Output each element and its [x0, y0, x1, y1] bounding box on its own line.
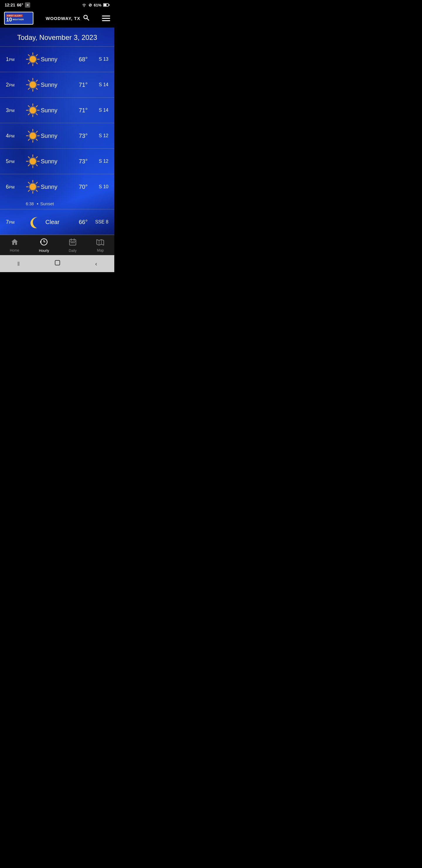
moon-icon-wrapper	[28, 214, 42, 230]
app-logo: FIRST ALERT 10 WEATHER	[4, 12, 33, 25]
close-notification-icon[interactable]: ✕	[25, 2, 30, 8]
svg-rect-1	[104, 4, 107, 6]
svg-line-19	[28, 80, 29, 81]
hour-time: 4PM	[6, 133, 25, 139]
app-header: FIRST ALERT 10 WEATHER WOODWAY, TX	[0, 9, 114, 28]
sun-weather-icon	[25, 179, 41, 195]
date-header: Today, November 3, 2023	[0, 28, 114, 46]
sun-weather-icon	[25, 77, 41, 93]
hour-time: 7PM	[6, 219, 25, 225]
svg-line-60	[36, 190, 37, 191]
svg-line-39	[28, 131, 29, 132]
hamburger-line-3	[102, 20, 110, 21]
hour-wind: S 14	[92, 82, 108, 87]
svg-point-69	[40, 241, 42, 243]
hour-temp: 73°	[73, 158, 88, 165]
nav-home[interactable]: Home	[7, 239, 22, 252]
home-button[interactable]	[54, 259, 61, 268]
back-button[interactable]: ‹	[95, 260, 97, 267]
svg-rect-75	[72, 242, 73, 243]
svg-rect-74	[71, 242, 72, 243]
hour-wind: S 12	[92, 159, 108, 164]
svg-line-40	[36, 139, 37, 140]
hourly-row[interactable]: 4PMSunny73°S 12	[0, 123, 114, 148]
nav-hourly[interactable]: Hourly	[36, 238, 52, 253]
hour-temp: 68°	[73, 56, 88, 63]
hour-temp: 70°	[73, 184, 88, 190]
hour-condition: Sunny	[41, 158, 73, 165]
svg-point-44	[30, 132, 36, 139]
hourly-row[interactable]: 6PMSunny70°S 10	[0, 174, 114, 199]
hour-time: 1PM	[6, 56, 25, 62]
battery-percent: 61%	[94, 3, 101, 7]
hamburger-line-2	[102, 18, 110, 19]
svg-line-11	[36, 55, 37, 56]
map-icon	[96, 239, 104, 247]
svg-line-9	[28, 55, 29, 56]
hour-condition: Sunny	[41, 184, 73, 190]
nav-hourly-label: Hourly	[39, 249, 49, 253]
recent-apps-button[interactable]: ⦀	[17, 260, 20, 267]
nav-map[interactable]: Map	[93, 239, 107, 252]
svg-rect-76	[73, 242, 75, 243]
svg-line-62	[28, 190, 29, 191]
svg-line-31	[36, 105, 37, 107]
hour-time: 5PM	[6, 158, 25, 164]
hour-wind: S 10	[92, 184, 108, 189]
hour-temp: 71°	[73, 107, 88, 114]
status-time: 12:21	[5, 3, 15, 7]
clock-icon	[40, 238, 48, 248]
nav-daily-label: Daily	[69, 249, 77, 253]
svg-line-42	[28, 139, 29, 140]
hour-temp: 66°	[73, 219, 88, 225]
status-right: ⊘ 61%	[82, 3, 109, 7]
svg-rect-2	[109, 4, 109, 6]
sunset-dot-icon: ●	[37, 202, 38, 205]
moon-weather-icon	[29, 214, 42, 230]
svg-line-41	[36, 131, 37, 132]
sunset-info: 6:38 ● Sunset	[0, 199, 114, 209]
hour-condition: Sunny	[41, 82, 73, 88]
hour-condition: Sunny	[41, 56, 73, 63]
hourly-row[interactable]: 3PMSunny71°S 14	[0, 97, 114, 123]
hour-temp: 71°	[73, 82, 88, 88]
hourly-row[interactable]: 7PMClear66°SSE 8	[0, 209, 114, 235]
sun-weather-icon	[25, 102, 41, 118]
svg-point-24	[30, 82, 36, 88]
svg-line-30	[36, 114, 37, 115]
wifi-icon	[82, 3, 87, 7]
weather-main: Today, November 3, 2023 1PMSunny68°S 132…	[0, 28, 114, 235]
system-nav-bar: ⦀ ‹	[0, 255, 114, 272]
status-temp: 66°	[17, 3, 23, 7]
menu-button[interactable]	[102, 16, 110, 21]
svg-line-12	[28, 62, 29, 64]
search-icon	[83, 14, 90, 21]
nav-home-label: Home	[10, 248, 19, 252]
svg-line-20	[36, 88, 37, 89]
nav-daily[interactable]: Daily	[66, 238, 80, 253]
hourly-row[interactable]: 5PMSunny73°S 12	[0, 148, 114, 174]
svg-point-54	[30, 158, 36, 164]
logo-channel: 10	[6, 17, 12, 22]
hour-time: 6PM	[6, 184, 25, 190]
svg-point-64	[30, 184, 36, 190]
hour-time: 2PM	[6, 82, 25, 88]
calendar-icon	[69, 238, 76, 248]
hour-temp: 73°	[73, 132, 88, 139]
svg-line-32	[28, 114, 29, 115]
sunset-time: 6:38	[26, 202, 34, 206]
svg-line-4	[87, 18, 89, 20]
sun-weather-icon	[25, 51, 41, 67]
hour-condition: Clear	[45, 219, 73, 225]
svg-line-29	[28, 105, 29, 107]
hourly-row[interactable]: 2PMSunny71°S 14	[0, 72, 114, 97]
location-text: WOODWAY, TX	[46, 16, 80, 21]
svg-line-22	[28, 88, 29, 89]
hourly-row[interactable]: 1PMSunny68°S 13	[0, 46, 114, 72]
svg-line-51	[36, 157, 37, 158]
status-bar: 12:21 66° ✕ ⊘ 61%	[0, 0, 114, 9]
search-button[interactable]	[83, 14, 90, 23]
hour-time: 3PM	[6, 107, 25, 114]
svg-line-52	[28, 164, 29, 166]
hour-wind: S 14	[92, 107, 108, 113]
